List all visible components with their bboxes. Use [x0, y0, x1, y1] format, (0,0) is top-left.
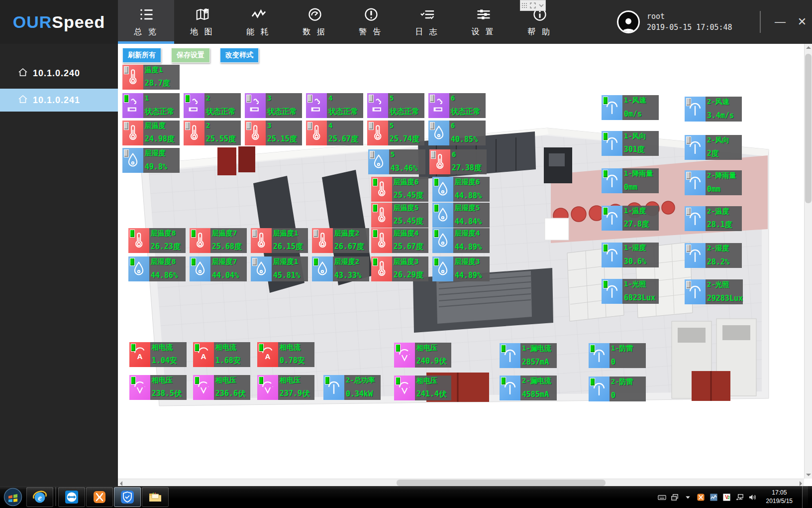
- sensor-badge[interactable]: 相电压236.6伏: [193, 375, 250, 400]
- sensor-badge[interactable]: 2-漏电流4585mA: [500, 376, 557, 400]
- horizontal-scroll-thumb[interactable]: [397, 480, 606, 486]
- tray-network-icon[interactable]: [735, 493, 744, 502]
- sensor-badge[interactable]: 层湿度644.88%: [432, 177, 490, 202]
- tray-volume-icon[interactable]: [748, 493, 757, 502]
- nav-tab-energy[interactable]: 能 耗: [230, 0, 287, 44]
- chevron-down-icon[interactable]: [538, 2, 544, 8]
- sensor-badge[interactable]: 4状态正常: [306, 93, 363, 118]
- tray-keyboard-icon[interactable]: [658, 493, 666, 502]
- sensor-badge[interactable]: 层温度425.67度: [371, 228, 428, 253]
- taskbar-clock[interactable]: 17:05 2019/5/15: [761, 489, 798, 506]
- sensor-badge[interactable]: 1状态正常: [122, 93, 180, 118]
- sensor-badge[interactable]: 相电压240.9伏: [394, 343, 451, 368]
- nav-tab-alert[interactable]: 警 告: [343, 0, 399, 44]
- sensor-badge[interactable]: 层湿度844.86%: [128, 256, 186, 281]
- sensor-badge[interactable]: 层温度625.45度: [371, 177, 428, 202]
- scroll-up-button[interactable]: [806, 46, 811, 49]
- sensor-badge[interactable]: 相电压237.9伏: [257, 375, 314, 400]
- taskbar-folder-button[interactable]: [142, 487, 169, 507]
- tray-xampp-mini-icon[interactable]: [697, 493, 705, 502]
- sensor-badge[interactable]: 层温度525.45度: [371, 203, 428, 228]
- scroll-right-button[interactable]: [800, 481, 802, 486]
- show-desktop-button[interactable]: [802, 486, 808, 508]
- nav-tab-map[interactable]: 地 图: [174, 0, 230, 44]
- sensor-badge[interactable]: 2-风速3.4m/s: [685, 97, 742, 122]
- sensor-badge[interactable]: 1-温度27.8度: [602, 206, 659, 231]
- tray-chart-mini-icon[interactable]: [710, 493, 718, 502]
- sensor-badge[interactable]: 3状态正常: [245, 93, 302, 118]
- sensor-badge[interactable]: 温度128.7度: [122, 65, 180, 90]
- sensor-badge[interactable]: A相电流0.78安: [257, 342, 314, 367]
- sensor-badge[interactable]: 层湿度344.89%: [432, 256, 490, 281]
- nav-tab-overview[interactable]: 总 览: [118, 0, 174, 44]
- sensor-badge[interactable]: 425.67度: [306, 121, 363, 145]
- sensor-badge[interactable]: 6状态正常: [428, 93, 486, 118]
- user-name: root: [647, 11, 732, 22]
- sensor-badge[interactable]: 640.85%: [428, 121, 486, 145]
- taskbar-teamviewer-button[interactable]: [58, 487, 85, 507]
- sidebar-item-device[interactable]: 10.1.0.240: [0, 62, 118, 85]
- sensor-badge[interactable]: 525.74度: [367, 121, 424, 145]
- sensor-badge[interactable]: 2-降雨量0mm: [685, 170, 742, 195]
- floating-widget[interactable]: [520, 0, 546, 11]
- sensor-badge[interactable]: 1-漏电流2857mA: [500, 343, 557, 368]
- sensor-badge[interactable]: 层温度826.23度: [128, 228, 186, 253]
- sensor-badge[interactable]: 1-风速0m/s: [602, 95, 659, 120]
- sensor-badge[interactable]: 1-降雨量0mm: [602, 168, 659, 193]
- sensor-badge[interactable]: 层湿度145.81%: [251, 256, 308, 281]
- sensor-badge[interactable]: A相电流1.04安: [129, 342, 187, 367]
- sensor-badge[interactable]: 1-光照6823Lux: [602, 279, 659, 304]
- sensor-badge[interactable]: 层湿度243.33%: [312, 256, 369, 281]
- change-style-button[interactable]: 改变样式: [220, 48, 259, 63]
- sensor-badge[interactable]: 1-风向301度: [602, 131, 659, 156]
- scroll-left-button[interactable]: [120, 481, 122, 486]
- close-button[interactable]: ✕: [789, 0, 812, 44]
- horizontal-scrollbar[interactable]: [118, 479, 804, 486]
- sensor-badge[interactable]: 相电压241.4伏: [394, 376, 451, 400]
- tray-window-restore-icon[interactable]: [671, 493, 679, 502]
- sensor-badge[interactable]: 1-防雷0: [589, 343, 646, 368]
- sensor-badge[interactable]: 层湿度544.84%: [432, 203, 490, 228]
- sensor-badge[interactable]: 2状态正常: [184, 93, 241, 118]
- sensor-badge[interactable]: 2-风向2度: [685, 135, 742, 160]
- sensor-badge[interactable]: 2-温度28.1度: [685, 206, 742, 231]
- sensor-badge[interactable]: 225.55度: [184, 121, 241, 145]
- sensor-badge[interactable]: 2-光照29283Lux: [685, 279, 742, 304]
- expand-icon[interactable]: [530, 2, 536, 8]
- nav-tab-data[interactable]: 数 据: [287, 0, 343, 44]
- sensor-badge[interactable]: 5状态正常: [367, 93, 424, 118]
- taskbar-internet-explorer-button[interactable]: e: [26, 487, 53, 507]
- sensor-badge[interactable]: 1-湿度30.6%: [602, 243, 659, 267]
- sensor-badge[interactable]: A相电流1.68安: [193, 342, 250, 367]
- sensor-badge[interactable]: 层湿度49.8%: [122, 148, 180, 173]
- nav-tab-log[interactable]: 日 志: [399, 0, 455, 44]
- sensor-badge[interactable]: 层温度725.68度: [190, 228, 247, 253]
- sensor-badge[interactable]: 层温度126.15度: [251, 228, 308, 253]
- sensor-badge[interactable]: 层温度24.98度: [122, 121, 180, 145]
- taskbar-monitor-shield-button[interactable]: [114, 487, 141, 507]
- sensor-badge[interactable]: 325.15度: [245, 121, 302, 145]
- sensor-badge[interactable]: 543.46%: [368, 149, 425, 174]
- sensor-badge[interactable]: 层温度226.67度: [312, 228, 369, 253]
- save-settings-button[interactable]: 保存设置: [171, 48, 210, 63]
- scroll-down-button[interactable]: [806, 474, 811, 476]
- refresh-all-button[interactable]: 刷新所有: [122, 48, 161, 63]
- tray-vnc-mini-icon[interactable]: V2: [722, 493, 731, 502]
- nav-tab-settings[interactable]: 设 置: [455, 0, 511, 44]
- sensor-badge[interactable]: 2-总功率0.34kW: [323, 375, 381, 400]
- sidebar-item-device[interactable]: 10.1.0.241: [0, 89, 118, 112]
- sensor-badge[interactable]: 2-湿度28.2%: [685, 243, 742, 268]
- sensor-badge[interactable]: 627.38度: [429, 149, 487, 174]
- sensor-badge[interactable]: 层湿度744.04%: [190, 256, 247, 281]
- sensor-badge[interactable]: 层温度326.29度: [371, 256, 428, 281]
- sensor-badge[interactable]: 2-防雷0: [589, 377, 646, 401]
- tray-chevron-down-icon[interactable]: [684, 493, 692, 502]
- vertical-scroll-thumb[interactable]: [805, 54, 812, 203]
- sensor-value: 0.78安: [280, 356, 314, 366]
- vertical-scrollbar[interactable]: [804, 44, 812, 479]
- sensor-badge[interactable]: 层湿度444.89%: [432, 228, 490, 253]
- sensor-badge[interactable]: 相电压238.5伏: [129, 375, 187, 400]
- start-button[interactable]: [0, 486, 26, 508]
- user-block[interactable]: root 2019-05-15 17:05:48: [617, 0, 732, 44]
- taskbar-xampp-button[interactable]: [86, 487, 113, 507]
